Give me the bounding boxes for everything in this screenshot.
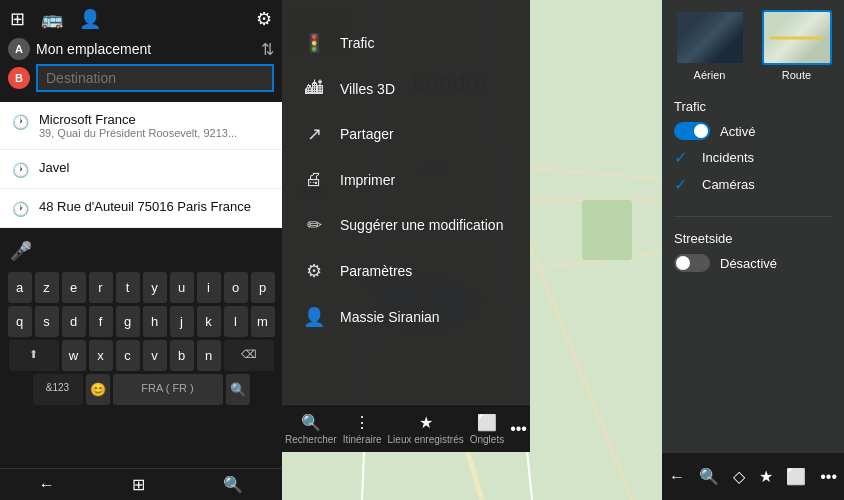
key-g[interactable]: g bbox=[116, 306, 140, 337]
trafic-toggle-label: Activé bbox=[720, 124, 755, 139]
clock-icon: 🕐 bbox=[12, 114, 29, 130]
search-button[interactable]: 🔍 bbox=[223, 475, 243, 494]
keyboard-row-1: a z e r t y u i o p bbox=[4, 272, 278, 303]
suggestion-item[interactable]: 🕐 48 Rue d'Auteuil 75016 Paris France bbox=[0, 189, 282, 228]
aerial-view-button[interactable]: Aérien bbox=[670, 10, 749, 81]
clock-icon-2: 🕐 bbox=[12, 162, 29, 178]
cameras-check-row: ✓ Caméras bbox=[674, 175, 832, 194]
key-m[interactable]: m bbox=[251, 306, 275, 337]
menu-label-3d: Villes 3D bbox=[340, 81, 395, 97]
key-r[interactable]: r bbox=[89, 272, 113, 303]
suggestion-text-2: Javel bbox=[39, 160, 69, 175]
tabs-tab[interactable]: ⬜ Onglets bbox=[470, 413, 504, 445]
menu-label-print: Imprimer bbox=[340, 172, 395, 188]
menu-bottom-bar: 🔍 Rechercher ⋮ Itinéraire ★ Lieux enregi… bbox=[282, 404, 530, 452]
key-v[interactable]: v bbox=[143, 340, 167, 371]
menu-item-settings[interactable]: ⚙ Paramètres bbox=[282, 248, 530, 294]
edit-icon: ✏ bbox=[302, 214, 326, 236]
p3-back-button[interactable]: ← bbox=[669, 468, 685, 486]
streetside-toggle-row: Désactivé bbox=[674, 254, 832, 272]
user-icon[interactable]: 👤 bbox=[79, 8, 101, 30]
search-key[interactable]: 🔍 bbox=[226, 374, 250, 405]
p3-favorites-icon[interactable]: ★ bbox=[759, 467, 773, 486]
key-e[interactable]: e bbox=[62, 272, 86, 303]
more-tab[interactable]: ••• bbox=[510, 420, 527, 438]
origin-badge: A bbox=[8, 38, 30, 60]
key-q[interactable]: q bbox=[8, 306, 32, 337]
suggestion-item[interactable]: 🕐 Microsoft France 39, Quai du Président… bbox=[0, 102, 282, 150]
backspace-key[interactable]: ⌫ bbox=[224, 340, 274, 371]
cities-icon: 🏙 bbox=[302, 78, 326, 99]
p3-more-icon[interactable]: ••• bbox=[820, 468, 837, 486]
settings-icon[interactable]: ⚙ bbox=[256, 8, 272, 30]
key-a[interactable]: a bbox=[8, 272, 32, 303]
incidents-check-row: ✓ Incidents bbox=[674, 148, 832, 167]
gear-icon: ⚙ bbox=[302, 260, 326, 282]
menu-item-print[interactable]: 🖨 Imprimer bbox=[282, 157, 530, 202]
key-o[interactable]: o bbox=[224, 272, 248, 303]
trafic-toggle[interactable] bbox=[674, 122, 710, 140]
more-tab-icon: ••• bbox=[510, 420, 527, 438]
streetside-toggle[interactable] bbox=[674, 254, 710, 272]
options-divider bbox=[674, 216, 832, 217]
key-s[interactable]: s bbox=[35, 306, 59, 337]
print-icon: 🖨 bbox=[302, 169, 326, 190]
suggestion-text-3: 48 Rue d'Auteuil 75016 Paris France bbox=[39, 199, 251, 214]
search-tab[interactable]: 🔍 Rechercher bbox=[285, 413, 337, 445]
keyboard-bottom-row: &123 😊 FRA ( FR ) 🔍 bbox=[4, 374, 278, 405]
destination-input[interactable] bbox=[36, 64, 274, 92]
key-b[interactable]: b bbox=[170, 340, 194, 371]
key-h[interactable]: h bbox=[143, 306, 167, 337]
language-key[interactable]: FRA ( FR ) bbox=[113, 374, 223, 405]
key-j[interactable]: j bbox=[170, 306, 194, 337]
key-w[interactable]: w bbox=[62, 340, 86, 371]
menu-item-user[interactable]: 👤 Massie Siranian bbox=[282, 294, 530, 340]
options-taskbar: ← 🔍 ◇ ★ ⬜ ••• bbox=[662, 452, 844, 500]
key-u[interactable]: u bbox=[170, 272, 194, 303]
route-tab-icon: ⋮ bbox=[354, 413, 370, 432]
key-f[interactable]: f bbox=[89, 306, 113, 337]
suggestion-text: Microsoft France 39, Quai du Président R… bbox=[39, 112, 237, 139]
key-k[interactable]: k bbox=[197, 306, 221, 337]
taskbar-1: ← ⊞ 🔍 bbox=[0, 468, 282, 500]
transit-icon[interactable]: 🚌 bbox=[41, 8, 63, 30]
key-x[interactable]: x bbox=[89, 340, 113, 371]
key-d[interactable]: d bbox=[62, 306, 86, 337]
home-button[interactable]: ⊞ bbox=[132, 475, 145, 494]
menu-item-trafic[interactable]: 🚦 Trafic bbox=[282, 20, 530, 66]
menu-item-share[interactable]: ↗ Partager bbox=[282, 111, 530, 157]
menu-item-3d[interactable]: 🏙 Villes 3D bbox=[282, 66, 530, 111]
key-l[interactable]: l bbox=[224, 306, 248, 337]
key-c[interactable]: c bbox=[116, 340, 140, 371]
p3-location-icon[interactable]: ◇ bbox=[733, 467, 745, 486]
saved-tab[interactable]: ★ Lieux enregistrés bbox=[388, 413, 464, 445]
route-view-button[interactable]: Route bbox=[757, 10, 836, 81]
back-button[interactable]: ← bbox=[39, 476, 55, 494]
p3-search-icon[interactable]: 🔍 bbox=[699, 467, 719, 486]
key-y[interactable]: y bbox=[143, 272, 167, 303]
key-n[interactable]: n bbox=[197, 340, 221, 371]
p3-windows-icon[interactable]: ⬜ bbox=[786, 467, 806, 486]
tabs-tab-icon: ⬜ bbox=[477, 413, 497, 432]
key-z[interactable]: z bbox=[35, 272, 59, 303]
route-tab[interactable]: ⋮ Itinéraire bbox=[343, 413, 382, 445]
num-key[interactable]: &123 bbox=[33, 374, 83, 405]
key-p[interactable]: p bbox=[251, 272, 275, 303]
keyboard-row-3: ⬆ w x c v b n ⌫ bbox=[4, 340, 278, 371]
search-tab-label: Rechercher bbox=[285, 434, 337, 445]
svg-rect-9 bbox=[582, 200, 632, 260]
key-t[interactable]: t bbox=[116, 272, 140, 303]
swap-button[interactable]: ⇅ bbox=[261, 40, 274, 59]
menu-items-list: 🚦 Trafic 🏙 Villes 3D ↗ Partager 🖨 Imprim… bbox=[282, 0, 530, 404]
top-icons: ⊞ 🚌 👤 bbox=[10, 8, 101, 30]
suggestion-item[interactable]: 🕐 Javel bbox=[0, 150, 282, 189]
map-type-row: Aérien Route bbox=[662, 0, 844, 91]
shift-key[interactable]: ⬆ bbox=[9, 340, 59, 371]
saved-tab-label: Lieux enregistrés bbox=[388, 434, 464, 445]
microphone-icon[interactable]: 🎤 bbox=[4, 234, 38, 268]
emoji-key[interactable]: 😊 bbox=[86, 374, 110, 405]
windows-icon[interactable]: ⊞ bbox=[10, 8, 25, 30]
menu-item-suggest[interactable]: ✏ Suggérer une modification bbox=[282, 202, 530, 248]
location-inputs: A Mon emplacement ⇅ B bbox=[0, 38, 282, 102]
key-i[interactable]: i bbox=[197, 272, 221, 303]
